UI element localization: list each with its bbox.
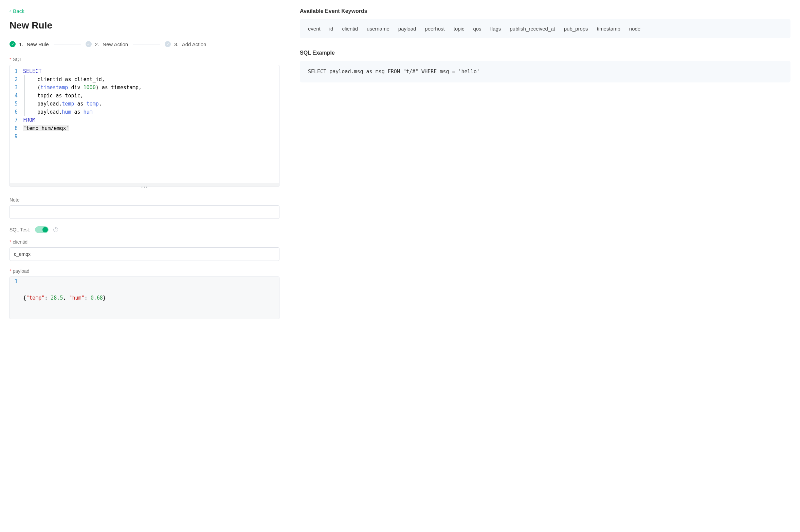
step-divider	[54, 44, 81, 44]
keyword-item[interactable]: qos	[473, 26, 481, 32]
step-label: Add Action	[182, 41, 206, 47]
sql-example-box: SELECT payload.msg as msg FROM "t/#" WHE…	[300, 61, 790, 82]
step-3[interactable]: ✓ 3. Add Action	[165, 41, 206, 47]
payload-label: *payload	[10, 268, 279, 274]
line-number: 7	[15, 116, 18, 124]
note-label: Note	[10, 197, 279, 203]
note-input[interactable]	[10, 205, 279, 219]
step-label: New Action	[103, 41, 128, 47]
chevron-left-icon: ‹	[10, 9, 11, 13]
sql-code-line: "temp_hum/emqx"	[23, 124, 276, 132]
line-number: 1	[15, 67, 18, 75]
clientid-input[interactable]	[10, 247, 279, 261]
keyword-item[interactable]: payload	[398, 26, 416, 32]
keywords-title: Available Event Keywords	[300, 8, 790, 14]
keyword-item[interactable]: event	[308, 26, 321, 32]
help-icon[interactable]: ?	[53, 227, 58, 232]
back-link[interactable]: ‹ Back	[10, 8, 24, 14]
step-1[interactable]: ✓ 1. New Rule	[10, 41, 49, 47]
step-num: 2.	[95, 41, 99, 47]
step-num: 3.	[174, 41, 179, 47]
sql-code-line	[23, 132, 276, 140]
check-icon: ✓	[165, 41, 171, 47]
sql-code-line: SELECT	[23, 67, 276, 75]
line-number: 4	[15, 92, 18, 100]
keyword-item[interactable]: pub_props	[564, 26, 588, 32]
step-num: 1.	[19, 41, 23, 47]
sql-example-title: SQL Example	[300, 50, 790, 56]
clientid-label: *clientid	[10, 239, 279, 245]
sql-code-line: (timestamp div 1000) as timestamp,	[23, 83, 276, 92]
step-label: New Rule	[27, 41, 49, 47]
sql-label: *SQL	[10, 57, 279, 62]
sqltest-label: SQL Test:	[10, 227, 30, 232]
keyword-item[interactable]: peerhost	[425, 26, 444, 32]
keyword-item[interactable]: id	[329, 26, 333, 32]
sql-code-line: payload.temp as temp,	[23, 100, 276, 108]
payload-editor[interactable]: 1 {"temp": 28.5, "hum": 0.68}	[10, 277, 279, 319]
keyword-item[interactable]: topic	[454, 26, 465, 32]
keyword-item[interactable]: username	[367, 26, 389, 32]
line-number: 1	[15, 278, 18, 286]
sql-code-line: payload.hum as hum	[23, 108, 276, 116]
line-number: 5	[15, 100, 18, 108]
check-icon: ✓	[10, 41, 16, 47]
sql-editor[interactable]: 123456789 SELECT clientid as client_id, …	[10, 65, 279, 187]
check-icon: ✓	[86, 41, 92, 47]
payload-code-line: {"temp": 28.5, "hum": 0.68}	[23, 294, 279, 302]
step-divider	[133, 44, 160, 44]
step-2[interactable]: ✓ 2. New Action	[86, 41, 128, 47]
sqltest-toggle[interactable]	[35, 226, 49, 233]
sql-code-line: clientid as client_id,	[23, 75, 276, 83]
editor-resize-handle[interactable]: •••	[10, 183, 279, 187]
page-title: New Rule	[10, 20, 279, 31]
keyword-item[interactable]: timestamp	[597, 26, 620, 32]
keywords-box: eventidclientidusernamepayloadpeerhostto…	[300, 19, 790, 38]
back-label: Back	[13, 8, 24, 14]
line-number: 2	[15, 75, 18, 83]
sql-code-line: topic as topic,	[23, 92, 276, 100]
line-number: 6	[15, 108, 18, 116]
keyword-item[interactable]: publish_received_at	[510, 26, 555, 32]
line-number: 8	[15, 124, 18, 132]
sql-code-line: FROM	[23, 116, 276, 124]
keyword-item[interactable]: node	[629, 26, 640, 32]
keyword-item[interactable]: clientid	[342, 26, 358, 32]
steps-bar: ✓ 1. New Rule ✓ 2. New Action ✓ 3. Add A…	[10, 41, 279, 47]
keyword-item[interactable]: flags	[490, 26, 501, 32]
line-number: 3	[15, 83, 18, 92]
line-number: 9	[15, 132, 18, 140]
